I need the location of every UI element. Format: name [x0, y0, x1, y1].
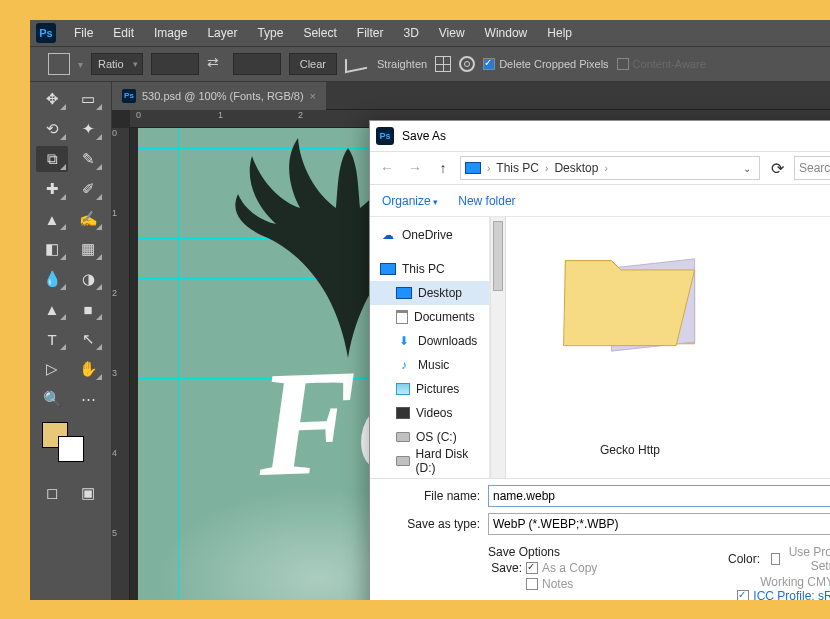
clear-button[interactable]: Clear	[289, 53, 337, 75]
chevron-down-icon[interactable]: ⌄	[743, 163, 755, 174]
filename-label: File name:	[380, 489, 480, 503]
straighten-label[interactable]: Straighten	[377, 58, 427, 70]
nav-fwd-icon: →	[404, 157, 426, 179]
tool-direct[interactable]: ▷	[36, 356, 68, 382]
new-folder-button[interactable]: New folder	[458, 194, 515, 208]
icc-profile-check[interactable]	[737, 590, 749, 600]
quickmask-icon[interactable]: ◻	[36, 480, 68, 506]
notes-check	[526, 578, 538, 590]
document-tab[interactable]: Ps 530.psd @ 100% (Fonts, RGB/8) ×	[112, 82, 326, 110]
search-input[interactable]: Search	[794, 156, 830, 180]
folder-item[interactable]: Gecko Http	[550, 233, 710, 457]
breadcrumb[interactable]: › This PC › Desktop › ⌄	[460, 156, 760, 180]
tool-gradient[interactable]: ▦	[72, 236, 104, 262]
as-copy-check[interactable]	[526, 562, 538, 574]
delete-cropped-check[interactable]: Delete Cropped Pixels	[483, 58, 608, 70]
tool-move[interactable]: ✥	[36, 86, 68, 112]
ratio-select[interactable]: Ratio	[91, 53, 143, 75]
ratio-height-field[interactable]	[233, 53, 281, 75]
tool-eyedropper[interactable]: ✎	[72, 146, 104, 172]
nav-back-icon[interactable]: ←	[376, 157, 398, 179]
tree-scrollbar[interactable]	[490, 217, 506, 478]
tool-dodge[interactable]: ◑	[72, 266, 104, 292]
tree-videos[interactable]: Videos	[370, 401, 489, 425]
filename-input[interactable]: name.webp	[488, 485, 830, 507]
tool-lasso[interactable]: ⟲	[36, 116, 68, 142]
background-swatch[interactable]	[58, 436, 84, 462]
menu-edit[interactable]: Edit	[103, 22, 144, 44]
content-aware-check: Content-Aware	[617, 58, 706, 70]
nav-up-icon[interactable]: ↑	[432, 157, 454, 179]
tool-path[interactable]: ↖	[72, 326, 104, 352]
color-swatches[interactable]	[36, 416, 105, 460]
tool-brush[interactable]: ✐	[72, 176, 104, 202]
tool-wand[interactable]: ✦	[72, 116, 104, 142]
ps-icon: Ps	[376, 127, 394, 145]
tool-crop[interactable]: ⧉	[36, 146, 68, 172]
savetype-label: Save as type:	[380, 517, 480, 531]
tree-os-c[interactable]: OS (C:)	[370, 425, 489, 449]
crop-settings-icon[interactable]	[459, 56, 475, 72]
swap-icon[interactable]	[207, 55, 225, 73]
tree-thispc[interactable]: This PC	[370, 257, 489, 281]
screenmode-icon[interactable]: ▣	[72, 480, 104, 506]
color-label: Color:	[728, 552, 760, 566]
savetype-select[interactable]: WebP (*.WEBP;*.WBP)	[488, 513, 830, 535]
toolbox: ✥▭ ⟲✦ ⧉✎ ✚✐ ▲✍ ◧▦ 💧◑ ▲■ T↖ ▷✋ 🔍⋯ ◻▣	[30, 82, 112, 600]
file-view[interactable]: Gecko Http	[506, 217, 830, 478]
crop-icon[interactable]	[48, 53, 70, 75]
close-tab-icon[interactable]: ×	[310, 90, 316, 102]
menu-window[interactable]: Window	[475, 22, 538, 44]
menu-image[interactable]: Image	[144, 22, 197, 44]
dialog-title: Save As	[402, 129, 446, 143]
tool-type[interactable]: T	[36, 326, 68, 352]
tool-zoom[interactable]: 🔍	[36, 386, 68, 412]
tree-desktop[interactable]: Desktop	[370, 281, 489, 305]
save-as-dialog: Ps Save As ← → ↑ › This PC › Desktop › ⌄…	[369, 120, 830, 600]
tool-heal[interactable]: ✚	[36, 176, 68, 202]
ratio-width-field[interactable]	[151, 53, 199, 75]
menu-layer[interactable]: Layer	[197, 22, 247, 44]
tree-pictures[interactable]: Pictures	[370, 377, 489, 401]
menu-3d[interactable]: 3D	[393, 22, 428, 44]
ps-logo: Ps	[36, 23, 56, 43]
tree-downloads[interactable]: ⬇Downloads	[370, 329, 489, 353]
tool-blur[interactable]: 💧	[36, 266, 68, 292]
menu-filter[interactable]: Filter	[347, 22, 394, 44]
ruler-vertical: 0 1 2 3 4 5 6	[112, 128, 130, 600]
tool-shape[interactable]: ■	[72, 296, 104, 322]
tool-marquee[interactable]: ▭	[72, 86, 104, 112]
tree-hdd[interactable]: Hard Disk (D:)	[370, 449, 489, 473]
menu-select[interactable]: Select	[293, 22, 346, 44]
tool-history-brush[interactable]: ✍	[72, 206, 104, 232]
tool-stamp[interactable]: ▲	[36, 206, 68, 232]
pc-icon	[465, 162, 481, 174]
menu-file[interactable]: File	[64, 22, 103, 44]
tool-pen[interactable]: ▲	[36, 296, 68, 322]
tree-onedrive[interactable]: ☁OneDrive	[370, 223, 489, 247]
overlay-grid-icon[interactable]	[435, 56, 451, 72]
tool-hand[interactable]: ✋	[72, 356, 104, 382]
tool-more[interactable]: ⋯	[72, 386, 104, 412]
menu-type[interactable]: Type	[247, 22, 293, 44]
menu-view[interactable]: View	[429, 22, 475, 44]
nav-tree: ☁OneDrive This PC Desktop Documents ⬇Dow…	[370, 217, 490, 478]
tool-eraser[interactable]: ◧	[36, 236, 68, 262]
organize-menu[interactable]: Organize	[382, 194, 438, 208]
save-sublabel: Save:	[488, 561, 522, 575]
tree-music[interactable]: ♪Music	[370, 353, 489, 377]
refresh-icon[interactable]: ⟳	[766, 157, 788, 179]
menu-help[interactable]: Help	[537, 22, 582, 44]
save-options-header: Save Options	[488, 545, 728, 559]
psd-icon: Ps	[122, 89, 136, 103]
straighten-icon[interactable]	[345, 55, 367, 74]
tree-documents[interactable]: Documents	[370, 305, 489, 329]
proof-setup-check	[771, 553, 780, 565]
